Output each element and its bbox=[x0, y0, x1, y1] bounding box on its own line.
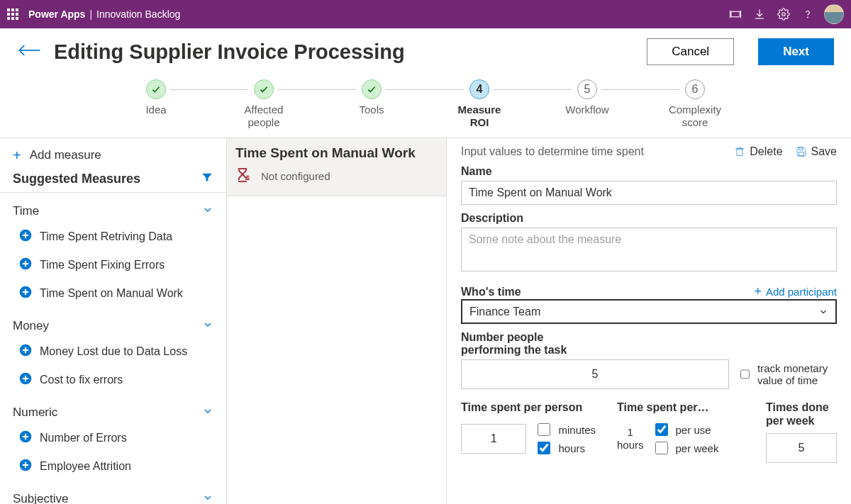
suggested-measures-title: Suggested Measures bbox=[13, 172, 140, 186]
track-monetary-label: track monetary value of time bbox=[757, 362, 837, 386]
add-circle-icon bbox=[18, 343, 33, 360]
filter-icon[interactable] bbox=[201, 171, 213, 186]
form-hint: Input values to determine time spent bbox=[461, 145, 644, 158]
description-field[interactable] bbox=[461, 228, 837, 271]
whos-time-label: Who's time bbox=[461, 286, 521, 298]
step-3[interactable]: Tools bbox=[347, 79, 396, 129]
app-title[interactable]: Innovation Backlog bbox=[96, 9, 180, 20]
add-measure-button[interactable]: + Add measure bbox=[0, 144, 226, 168]
separator: | bbox=[89, 9, 92, 20]
chevron-down-icon bbox=[202, 405, 213, 420]
measure-item-label: Employee Attrition bbox=[40, 460, 131, 473]
gear-icon[interactable] bbox=[772, 0, 796, 28]
add-circle-icon bbox=[18, 430, 33, 447]
selected-measure-title: Time Spent on Manual Work bbox=[235, 145, 438, 161]
chevron-down-icon bbox=[202, 319, 213, 333]
download-icon[interactable] bbox=[747, 0, 772, 28]
svg-rect-32 bbox=[737, 149, 742, 155]
name-field[interactable] bbox=[461, 181, 837, 205]
measure-item-label: Cost to fix errors bbox=[40, 374, 123, 386]
next-button[interactable]: Next bbox=[758, 38, 834, 65]
delete-button[interactable]: Delete bbox=[734, 145, 782, 158]
measure-item[interactable]: Employee Attrition bbox=[0, 452, 226, 481]
app-topbar: Power Apps | Innovation Backlog bbox=[0, 0, 851, 28]
svg-point-5 bbox=[782, 13, 786, 16]
category-header[interactable]: Subjective bbox=[0, 481, 226, 504]
measure-item[interactable]: Time Spent on Manual Work bbox=[0, 279, 226, 308]
svg-rect-0 bbox=[731, 11, 740, 17]
name-label: Name bbox=[461, 165, 837, 178]
hours-checkbox[interactable]: hours bbox=[535, 439, 596, 457]
time-per-person-field[interactable] bbox=[461, 424, 526, 454]
chevron-down-icon bbox=[202, 492, 213, 504]
step-label: Tools bbox=[359, 103, 384, 116]
suggested-measures-header: Suggested Measures bbox=[0, 168, 226, 193]
step-label: Idea bbox=[145, 103, 166, 116]
step-4[interactable]: 4Measure ROI bbox=[455, 79, 504, 129]
minutes-checkbox[interactable]: minutes bbox=[535, 421, 596, 438]
add-circle-icon bbox=[18, 371, 33, 388]
svg-text:$: $ bbox=[246, 174, 250, 181]
category-header[interactable]: Money bbox=[0, 308, 226, 337]
num-people-label: Number people performing the task bbox=[461, 331, 589, 357]
measure-item-label: Number of Errors bbox=[40, 432, 127, 444]
add-circle-icon bbox=[18, 458, 33, 475]
measure-item[interactable]: Money Lost due to Data Loss bbox=[0, 337, 226, 366]
add-circle-icon bbox=[18, 257, 33, 274]
measure-item-label: Time Spent Fixing Errors bbox=[40, 259, 165, 271]
measures-sidebar: + Add measure Suggested Measures TimeTim… bbox=[0, 138, 227, 504]
selected-measure-status: Not configured bbox=[261, 170, 330, 182]
times-per-week-field[interactable] bbox=[766, 433, 837, 463]
selected-measure-card[interactable]: Time Spent on Manual Work $ Not configur… bbox=[227, 138, 446, 196]
measure-item-label: Time Spent on Manual Work bbox=[40, 287, 183, 300]
measure-item[interactable]: Time Spent Fixing Errors bbox=[0, 251, 226, 279]
per-week-checkbox[interactable]: per week bbox=[652, 439, 719, 457]
help-icon[interactable] bbox=[796, 0, 820, 28]
category-name: Time bbox=[13, 204, 39, 218]
svg-point-6 bbox=[808, 17, 808, 18]
whos-time-select[interactable]: Finance Team bbox=[461, 299, 837, 324]
num-people-field[interactable] bbox=[461, 359, 729, 389]
add-measure-label: Add measure bbox=[30, 148, 101, 162]
description-label: Description bbox=[461, 212, 837, 225]
category-header[interactable]: Numeric bbox=[0, 394, 226, 424]
time-spent-per-static: 1 hours bbox=[617, 426, 644, 452]
time-per-person-label: Time spent per person bbox=[461, 401, 596, 414]
category-name: Money bbox=[13, 319, 49, 333]
step-5[interactable]: 5Workflow bbox=[562, 79, 612, 129]
fit-icon[interactable] bbox=[723, 0, 747, 28]
measure-item[interactable]: Time Spent Retriving Data bbox=[0, 223, 226, 251]
step-1[interactable]: Idea bbox=[131, 79, 181, 129]
add-participant-label: Add participant bbox=[766, 286, 837, 298]
times-per-week-label: Times done per week bbox=[766, 401, 837, 427]
step-label: Measure ROI bbox=[455, 103, 504, 129]
cancel-button[interactable]: Cancel bbox=[647, 38, 734, 65]
time-spent-per-label: Time spent per… bbox=[617, 401, 745, 414]
save-button[interactable]: Save bbox=[796, 145, 837, 158]
hourglass-dollar-icon: $ bbox=[235, 167, 252, 186]
step-label: Affected people bbox=[239, 103, 289, 129]
add-participant-button[interactable]: + Add participant bbox=[754, 284, 837, 299]
per-use-checkbox[interactable]: per use bbox=[652, 421, 719, 438]
svg-rect-33 bbox=[799, 147, 802, 150]
trash-icon bbox=[734, 146, 745, 157]
add-circle-icon bbox=[18, 228, 33, 245]
category-header[interactable]: Time bbox=[0, 193, 226, 223]
step-6[interactable]: 6Complexity score bbox=[670, 79, 720, 129]
save-icon bbox=[796, 146, 807, 157]
category-name: Subjective bbox=[13, 492, 68, 504]
avatar[interactable] bbox=[824, 4, 844, 24]
back-arrow-icon[interactable] bbox=[17, 43, 41, 61]
title-row: Editing Supplier Invoice Processing Canc… bbox=[0, 28, 851, 75]
plus-icon: + bbox=[754, 284, 762, 299]
waffle-icon[interactable] bbox=[7, 9, 18, 20]
category-name: Numeric bbox=[13, 405, 57, 420]
selected-measure-column: Time Spent on Manual Work $ Not configur… bbox=[227, 138, 447, 504]
add-circle-icon bbox=[18, 285, 33, 302]
track-monetary-checkbox[interactable]: track monetary value of time bbox=[738, 362, 837, 386]
measure-item-label: Money Lost due to Data Loss bbox=[40, 345, 187, 358]
step-label: Workflow bbox=[565, 103, 608, 116]
step-2[interactable]: Affected people bbox=[239, 79, 289, 129]
measure-item[interactable]: Number of Errors bbox=[0, 424, 226, 452]
measure-item[interactable]: Cost to fix errors bbox=[0, 366, 226, 394]
